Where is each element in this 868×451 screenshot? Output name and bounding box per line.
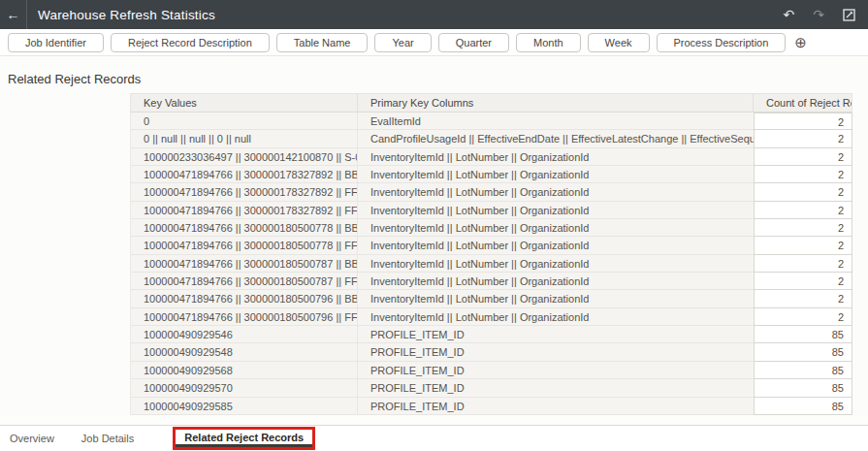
count-cell: 2	[754, 130, 852, 147]
table-row[interactable]: 100000471894766 || 300000178327892 || FF…	[130, 202, 852, 219]
back-arrow-icon: ←	[7, 7, 20, 22]
filter-chip-job-identifier[interactable]: Job Identifier	[8, 33, 104, 52]
primary-key-columns-cell: CandProfileUsageId || EffectiveEndDate |…	[358, 130, 754, 147]
column-header-count-of-reject-records[interactable]: Count of Reject Records	[754, 93, 852, 113]
primary-key-columns-cell: InventoryItemId || LotNumber || Organiza…	[358, 290, 754, 307]
edit-icon	[843, 9, 855, 21]
primary-key-columns-cell: PROFILE_ITEM_ID	[358, 326, 754, 343]
redo-button[interactable]: ↷	[813, 8, 824, 21]
key-values-cell: 100000233036497 || 300000142100870 || S-…	[130, 148, 358, 166]
primary-key-columns-cell: InventoryItemId || LotNumber || Organiza…	[358, 219, 754, 237]
table-row[interactable]: 100000471894766 || 300000180500787 || FF…	[130, 273, 852, 290]
primary-key-columns-cell: InventoryItemId || LotNumber || Organiza…	[358, 237, 754, 254]
filter-chip-table-name[interactable]: Table Name	[276, 33, 369, 52]
table-row[interactable]: 100000471894766 || 300000178327892 || BB…	[130, 166, 852, 183]
primary-key-columns-cell: InventoryItemId || LotNumber || Organiza…	[358, 183, 754, 201]
add-filter-button[interactable]: ⊕	[794, 35, 807, 49]
edit-button[interactable]	[843, 9, 855, 21]
table-row[interactable]: 0EvalItemId2	[130, 113, 852, 130]
key-values-cell: 100000471894766 || 300000178327892 || FF…	[130, 183, 358, 201]
count-cell: 2	[754, 273, 852, 290]
count-cell: 85	[754, 379, 852, 397]
table-row[interactable]: 0 || null || null || 0 || nullCandProfil…	[130, 130, 852, 147]
app-window: ← Warehouse Refresh Statistics ↶ ↷	[0, 0, 868, 451]
filter-chip-list: Job IdentifierReject Record DescriptionT…	[8, 33, 786, 52]
filter-chip-reject-record-description[interactable]: Reject Record Description	[111, 33, 270, 52]
count-cell: 85	[754, 398, 852, 415]
column-header-primary-key-columns[interactable]: Primary Key Columns	[358, 93, 754, 113]
table-row[interactable]: 100000490929548PROFILE_ITEM_ID85	[130, 343, 852, 361]
primary-key-columns-cell: InventoryItemId || LotNumber || Organiza…	[358, 148, 754, 166]
key-values-cell: 100000471894766 || 300000178327892 || BB…	[130, 166, 358, 183]
filter-bar: Job IdentifierReject Record DescriptionT…	[0, 29, 868, 56]
table-row[interactable]: 100000233036497 || 300000142100870 || S-…	[130, 148, 852, 166]
section-title: Related Reject Records	[8, 72, 141, 86]
table-row[interactable]: 100000471894766 || 300000180500796 || BB…	[130, 290, 852, 307]
primary-key-columns-cell: PROFILE_ITEM_ID	[358, 398, 754, 415]
count-cell: 2	[754, 183, 852, 201]
key-values-cell: 100000490929568	[130, 362, 358, 379]
undo-button[interactable]: ↶	[784, 8, 795, 21]
primary-key-columns-cell: EvalItemId	[358, 113, 754, 130]
key-values-cell: 100000490929546	[130, 326, 358, 343]
primary-key-columns-cell: InventoryItemId || LotNumber || Organiza…	[358, 308, 754, 326]
key-values-cell: 100000471894766 || 300000180500787 || BB…	[130, 255, 358, 273]
table-row[interactable]: 100000490929570PROFILE_ITEM_ID85	[130, 379, 852, 397]
tab-job-details[interactable]: Job Details	[80, 426, 136, 451]
table-row[interactable]: 100000471894766 || 300000180500778 || FF…	[130, 237, 852, 254]
key-values-cell: 100000471894766 || 300000180500796 || FF…	[130, 308, 358, 326]
key-values-cell: 100000490929585	[130, 398, 358, 415]
count-cell: 2	[754, 255, 852, 273]
main-content: Related Reject Records Key Values Primar…	[0, 56, 868, 425]
column-header-key-values[interactable]: Key Values	[130, 93, 358, 113]
filter-chip-process-description[interactable]: Process Description	[657, 33, 787, 52]
key-values-cell: 0 || null || null || 0 || null	[130, 130, 358, 147]
primary-key-columns-cell: InventoryItemId || LotNumber || Organiza…	[358, 273, 754, 290]
table-row[interactable]: 100000471894766 || 300000180500778 || BB…	[130, 219, 852, 237]
primary-key-columns-cell: InventoryItemId || LotNumber || Organiza…	[358, 255, 754, 273]
tab-overview[interactable]: Overview	[8, 426, 56, 451]
annotation-box: Related Reject Records	[173, 427, 315, 450]
undo-icon: ↶	[784, 8, 795, 21]
key-values-cell: 100000471894766 || 300000180500778 || BB…	[130, 219, 358, 237]
count-cell: 85	[754, 362, 852, 379]
filter-chip-year[interactable]: Year	[374, 33, 431, 52]
primary-key-columns-cell: PROFILE_ITEM_ID	[358, 343, 754, 361]
table-body: 0EvalItemId20 || null || null || 0 || nu…	[130, 113, 852, 415]
app-header: ← Warehouse Refresh Statistics ↶ ↷	[0, 0, 868, 29]
count-cell: 2	[754, 237, 852, 254]
primary-key-columns-cell: PROFILE_ITEM_ID	[358, 379, 754, 397]
table-row[interactable]: 100000471894766 || 300000178327892 || FF…	[130, 183, 852, 201]
table-row[interactable]: 100000490929546PROFILE_ITEM_ID85	[130, 326, 852, 343]
table-row[interactable]: 100000490929568PROFILE_ITEM_ID85	[130, 362, 852, 379]
count-cell: 2	[754, 148, 852, 166]
table-header-row: Key Values Primary Key Columns Count of …	[130, 93, 852, 113]
primary-key-columns-cell: InventoryItemId || LotNumber || Organiza…	[358, 202, 754, 219]
filter-chip-week[interactable]: Week	[588, 33, 650, 52]
primary-key-columns-cell: PROFILE_ITEM_ID	[358, 362, 754, 379]
key-values-cell: 0	[130, 113, 358, 130]
add-circle-icon: ⊕	[794, 34, 807, 50]
count-cell: 2	[754, 202, 852, 219]
page-title: Warehouse Refresh Statistics	[38, 8, 215, 22]
header-divider	[26, 0, 27, 29]
count-cell: 2	[754, 113, 852, 130]
redo-icon: ↷	[813, 8, 824, 21]
filter-chip-quarter[interactable]: Quarter	[438, 33, 509, 52]
tab-related-reject-records[interactable]: Related Reject Records	[176, 430, 312, 447]
count-cell: 2	[754, 166, 852, 183]
bottom-tab-bar: OverviewJob DetailsRelated Reject Record…	[0, 425, 868, 451]
count-cell: 2	[754, 290, 852, 307]
key-values-cell: 100000490929548	[130, 343, 358, 361]
header-actions: ↶ ↷	[784, 8, 868, 21]
count-cell: 2	[754, 308, 852, 326]
table-row[interactable]: 100000490929585PROFILE_ITEM_ID85	[130, 398, 852, 415]
primary-key-columns-cell: InventoryItemId || LotNumber || Organiza…	[358, 166, 754, 183]
table-row[interactable]: 100000471894766 || 300000180500796 || FF…	[130, 308, 852, 326]
table-row[interactable]: 100000471894766 || 300000180500787 || BB…	[130, 255, 852, 273]
key-values-cell: 100000471894766 || 300000180500787 || FF…	[130, 273, 358, 290]
filter-chip-month[interactable]: Month	[516, 33, 581, 52]
back-button[interactable]: ←	[0, 0, 26, 29]
reject-records-table: Key Values Primary Key Columns Count of …	[130, 93, 852, 415]
count-cell: 85	[754, 343, 852, 361]
